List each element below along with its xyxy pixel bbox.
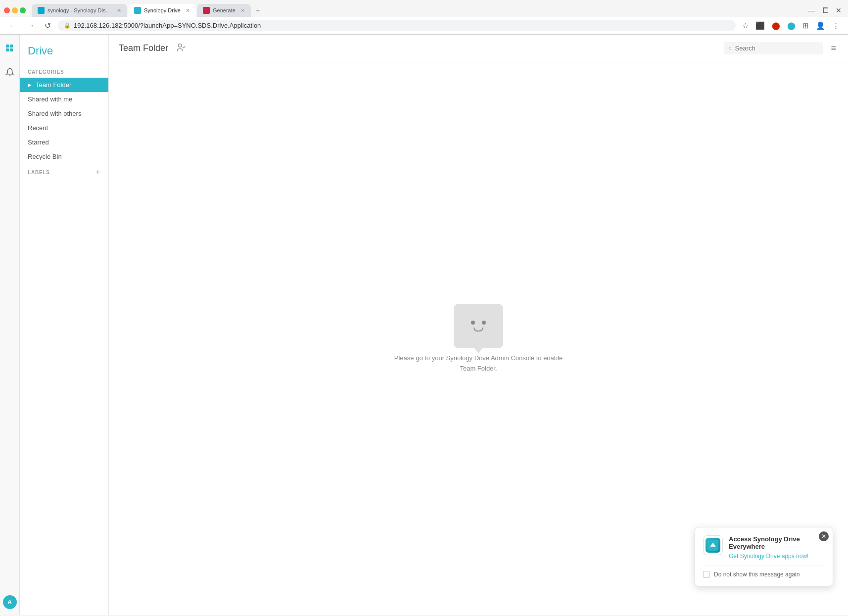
sidebar-item-recent-label: Recent	[28, 124, 48, 132]
svg-point-5	[729, 47, 731, 49]
sidebar-item-shared-with-others[interactable]: Shared with others	[20, 106, 108, 121]
browser-tab-2[interactable]: Synology Drive ✕	[128, 4, 196, 17]
sidebar-item-recycle-bin-label: Recycle Bin	[28, 153, 62, 160]
robot-eyes	[471, 321, 486, 325]
tab1-favicon	[38, 7, 45, 14]
chrome-button[interactable]: ⬤	[785, 20, 798, 31]
svg-rect-1	[10, 45, 13, 47]
tab2-favicon	[134, 7, 141, 14]
search-input[interactable]	[735, 45, 818, 52]
empty-robot-illustration	[454, 304, 503, 348]
team-folder-arrow-icon: ▶	[28, 82, 32, 88]
browser-tab-1[interactable]: synology - Synology DiskStation ✕	[32, 4, 127, 17]
search-box[interactable]	[724, 42, 823, 54]
address-text: 192.168.126.182:5000/?launchApp=SYNO.SDS…	[74, 22, 730, 29]
tab2-label: Synology Drive	[144, 7, 181, 13]
svg-point-4	[178, 44, 182, 47]
bell-icon[interactable]	[2, 64, 18, 80]
opera-button[interactable]: ⬤	[769, 20, 783, 31]
address-bar[interactable]: 🔒 192.168.126.182:5000/?launchApp=SYNO.S…	[58, 20, 736, 31]
apps-icon[interactable]	[2, 41, 18, 56]
sidebar-item-starred[interactable]: Starred	[20, 135, 108, 149]
lastpass-button[interactable]: ⬛	[753, 20, 767, 31]
sidebar-item-recycle-bin[interactable]: Recycle Bin	[20, 149, 108, 164]
labels-label: LABELS	[28, 170, 50, 175]
empty-state: Please go to your Synology Drive Admin C…	[389, 304, 567, 374]
sidebar: Drive CATEGORIES ▶ Team Folder Shared wi…	[20, 35, 109, 615]
minimize-btn[interactable]: —	[805, 5, 817, 15]
sidebar-item-shared-with-me[interactable]: Shared with me	[20, 92, 108, 106]
categories-label: CATEGORIES	[20, 65, 108, 78]
back-button[interactable]: ←	[6, 20, 20, 31]
robot-eye-right	[482, 321, 486, 325]
tab3-close[interactable]: ✕	[240, 7, 245, 14]
main-header-actions: ≡	[724, 41, 838, 55]
window-controls	[4, 7, 26, 13]
browser-menu-button[interactable]: ⋮	[830, 20, 842, 31]
robot-tail	[474, 348, 482, 353]
close-window-btn[interactable]	[4, 7, 10, 13]
tab2-close[interactable]: ✕	[186, 7, 190, 14]
tab1-label: synology - Synology DiskStation	[47, 7, 112, 13]
notification-drive-icon	[706, 538, 720, 553]
browser-tabs: synology - Synology DiskStation ✕ Synolo…	[32, 4, 800, 17]
minimize-window-btn[interactable]	[12, 7, 18, 13]
profile-button[interactable]: 👤	[813, 20, 828, 31]
browser-chrome: synology - Synology DiskStation ✕ Synolo…	[0, 0, 848, 35]
robot-mouth	[473, 328, 483, 332]
window-size-controls: — ⧠ ✕	[805, 5, 844, 15]
app-title: Drive	[28, 45, 53, 57]
browser-titlebar: synology - Synology DiskStation ✕ Synolo…	[0, 0, 848, 17]
app-logo: Drive	[20, 43, 108, 65]
forward-button[interactable]: →	[24, 20, 38, 31]
close-btn[interactable]: ✕	[833, 5, 844, 15]
notification-title: Access Synology Drive Everywhere	[729, 535, 825, 550]
browser-tab-3[interactable]: Generate ✕	[197, 4, 251, 17]
notification-popup: ✕ Access Synology Drive Everywher	[695, 527, 833, 586]
notification-link[interactable]: Get Synology Drive apps now!	[729, 553, 808, 560]
notification-content: Access Synology Drive Everywhere Get Syn…	[703, 535, 825, 560]
svg-rect-0	[6, 45, 9, 47]
new-tab-button[interactable]: +	[252, 4, 264, 17]
robot-eye-left	[471, 321, 475, 325]
notification-close-button[interactable]: ✕	[819, 531, 829, 541]
robot-face	[471, 321, 486, 332]
notification-text: Access Synology Drive Everywhere Get Syn…	[729, 535, 825, 560]
svg-rect-2	[6, 48, 9, 51]
tab3-favicon	[203, 7, 210, 14]
sidebar-item-shared-me-label: Shared with me	[28, 95, 72, 103]
notification-footer: Do not show this message again	[703, 566, 825, 578]
main-title: Team Folder	[119, 43, 168, 53]
lock-icon: 🔒	[64, 22, 71, 29]
add-label-button[interactable]: +	[95, 168, 100, 177]
maximize-window-btn[interactable]	[20, 7, 26, 13]
search-icon	[729, 45, 732, 52]
restore-btn[interactable]: ⧠	[819, 5, 831, 15]
sidebar-item-team-folder[interactable]: ▶ Team Folder	[20, 78, 108, 92]
sidebar-item-team-folder-label: Team Folder	[36, 81, 71, 89]
left-rail: A	[0, 35, 20, 615]
bookmark-star-button[interactable]: ☆	[740, 20, 751, 31]
browser-toolbar-icons: ☆ ⬛ ⬤ ⬤ ⊞ 👤 ⋮	[740, 20, 842, 31]
notification-checkbox-label: Do not show this message again	[714, 571, 800, 578]
tab3-label: Generate	[213, 7, 236, 13]
svg-rect-3	[10, 48, 13, 51]
labels-section: LABELS +	[20, 164, 108, 180]
extensions-button[interactable]: ⊞	[800, 20, 811, 31]
sidebar-item-starred-label: Starred	[28, 139, 49, 146]
notification-checkbox[interactable]	[703, 571, 710, 578]
manage-users-button[interactable]	[174, 41, 188, 56]
user-avatar[interactable]: A	[3, 595, 17, 609]
empty-state-message: Please go to your Synology Drive Admin C…	[389, 353, 567, 374]
sidebar-item-recent[interactable]: Recent	[20, 121, 108, 135]
kebab-menu-button[interactable]: ≡	[829, 41, 838, 55]
browser-nav-bar: ← → ↺ 🔒 192.168.126.182:5000/?launchApp=…	[0, 17, 848, 35]
reload-button[interactable]: ↺	[42, 20, 54, 31]
sidebar-item-shared-others-label: Shared with others	[28, 110, 81, 117]
main-header: Team Folder ≡	[109, 35, 848, 62]
tab1-close[interactable]: ✕	[117, 7, 121, 14]
notification-app-icon	[703, 535, 723, 555]
